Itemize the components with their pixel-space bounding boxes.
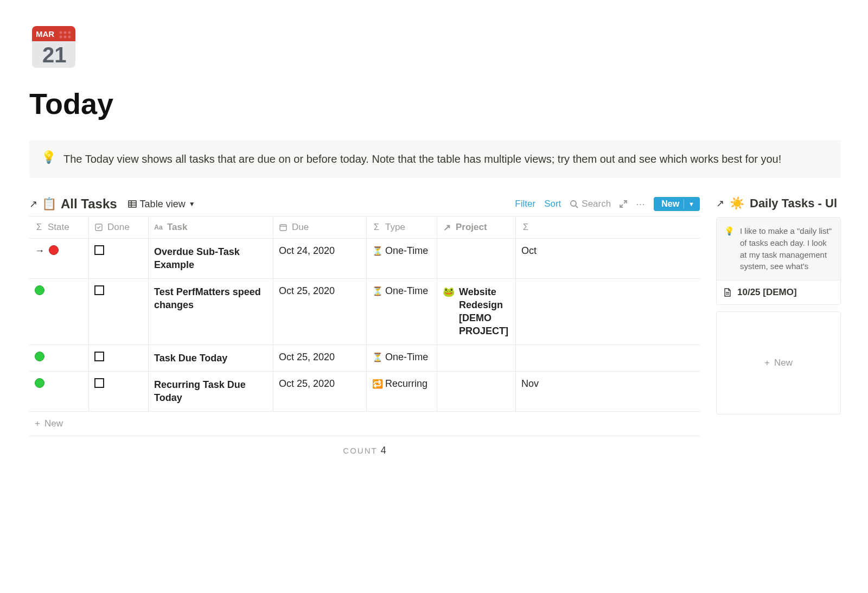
cell-extra[interactable]: Nov [516,372,700,411]
date-icon [279,223,288,232]
cell-done[interactable] [89,279,149,345]
side-note: 💡 I like to make a "daily list" of tasks… [717,218,840,280]
task-title: Task Due Today [154,352,227,365]
col-extra[interactable]: Σ [516,216,700,238]
cell-due[interactable]: Oct 25, 2020 [273,345,367,371]
cell-done[interactable] [89,239,149,278]
due-date: Oct 25, 2020 [279,378,335,390]
sort-button[interactable]: Sort [544,199,561,209]
new-button-label: New [661,199,679,209]
side-database-title[interactable]: Daily Tasks - Ul [750,196,837,211]
task-title: Overdue Sub-Task Example [154,245,267,272]
due-date: Oct 25, 2020 [279,285,335,297]
task-title: Recurring Task Due Today [154,378,267,405]
cell-type[interactable]: ⏳One-Time [367,345,437,371]
filter-button[interactable]: Filter [515,199,535,209]
svg-point-15 [571,201,576,206]
cell-due[interactable]: Oct 24, 2020 [273,239,367,278]
table-row[interactable]: Recurring Task Due TodayOct 25, 2020🔁Rec… [29,372,700,412]
col-project[interactable]: ↗Project [437,216,516,238]
table-row[interactable]: Test PerfMatters speed changesOct 25, 20… [29,279,700,345]
type-icon: ⏳ [372,352,383,362]
cell-task[interactable]: Task Due Today [149,345,273,371]
cell-extra[interactable]: Oct [516,239,700,278]
cell-due[interactable]: Oct 25, 2020 [273,279,367,345]
svg-line-16 [576,206,578,208]
page-title[interactable]: Today [29,87,841,120]
side-card[interactable]: 💡 I like to make a "daily list" of tasks… [716,217,841,305]
cell-task[interactable]: Overdue Sub-Task Example [149,239,273,278]
svg-rect-17 [95,224,102,231]
count-label: COUNT [343,446,377,455]
col-state[interactable]: ΣState [29,216,89,238]
cell-due[interactable]: Oct 25, 2020 [273,372,367,411]
state-dot [35,285,44,295]
arrow-right-icon: → [35,245,44,257]
cell-task[interactable]: Test PerfMatters speed changes [149,279,273,345]
cell-done[interactable] [89,372,149,411]
new-button[interactable]: New ▼ [654,197,700,211]
cell-state[interactable] [29,345,89,371]
cell-done[interactable] [89,345,149,371]
cell-project[interactable]: 🐸 Website Redesign [DEMO PROJECT] [437,279,516,345]
checkbox[interactable] [94,245,104,255]
side-new-button[interactable]: + New [716,311,841,415]
type-label: Recurring [385,378,427,390]
cell-task[interactable]: Recurring Task Due Today [149,372,273,411]
col-type[interactable]: ΣType [367,216,437,238]
page-icon[interactable]: MAR 21 [29,22,78,71]
callout: 💡 The Today view shows all tasks that ar… [29,140,841,178]
checkbox-icon [94,223,103,232]
database-title[interactable]: All Tasks [61,196,117,212]
task-table: ΣState Done Aa Task Due ΣType ↗Project Σ… [29,216,700,436]
cell-type[interactable]: ⏳One-Time [367,239,437,278]
cell-extra[interactable] [516,345,700,371]
chevron-down-icon: ▼ [189,200,195,208]
checkbox[interactable] [94,378,104,388]
search-button[interactable]: Search [570,199,611,209]
cell-state[interactable] [29,372,89,411]
col-due[interactable]: Due [273,216,367,238]
formula-icon: Σ [372,223,381,232]
cell-project[interactable] [437,345,516,371]
type-icon: ⏳ [372,246,383,256]
formula-icon: Σ [35,223,43,232]
col-task[interactable]: Aa Task [149,216,273,238]
svg-point-9 [68,36,71,39]
title-icon: Aa [154,223,163,232]
side-database-header: ↗ ☀️ Daily Tasks - Ul [716,196,841,211]
cell-project[interactable] [437,239,516,278]
svg-rect-11 [129,201,136,207]
checkbox[interactable] [94,285,104,295]
open-as-page-icon[interactable]: ↗ [29,198,37,210]
checkbox[interactable] [94,352,104,361]
more-icon[interactable]: ⋯ [636,199,645,210]
col-done[interactable]: Done [89,216,149,238]
state-dot [49,245,59,255]
side-note-text: I like to make a "daily list" of tasks e… [740,225,833,272]
project-label: Website Redesign [DEMO PROJECT] [459,285,510,338]
lightbulb-icon: 💡 [724,225,735,272]
table-row[interactable]: Task Due TodayOct 25, 2020⏳One-Time [29,345,700,372]
callout-text: The Today view shows all tasks that are … [63,151,781,167]
page-icon [723,288,732,297]
open-as-page-icon[interactable]: ↗ [716,197,724,209]
chevron-down-icon: ▼ [688,201,694,207]
expand-icon[interactable] [620,200,627,208]
cell-type[interactable]: 🔁Recurring [367,372,437,411]
cell-state[interactable]: → [29,239,89,278]
due-date: Oct 25, 2020 [279,352,335,363]
view-switcher[interactable]: Table view ▼ [128,199,195,210]
new-row-button[interactable]: + New [29,412,700,436]
formula-icon: Σ [521,223,530,232]
cell-state[interactable] [29,279,89,345]
cell-project[interactable] [437,372,516,411]
side-entry[interactable]: 10/25 [DEMO] [717,280,840,304]
svg-point-6 [68,31,71,34]
search-label: Search [582,199,611,209]
table-row[interactable]: →Overdue Sub-Task ExampleOct 24, 2020⏳On… [29,239,700,279]
type-icon: ⏳ [372,286,383,296]
cell-extra[interactable] [516,279,700,345]
type-label: One-Time [385,352,428,363]
cell-type[interactable]: ⏳One-Time [367,279,437,345]
